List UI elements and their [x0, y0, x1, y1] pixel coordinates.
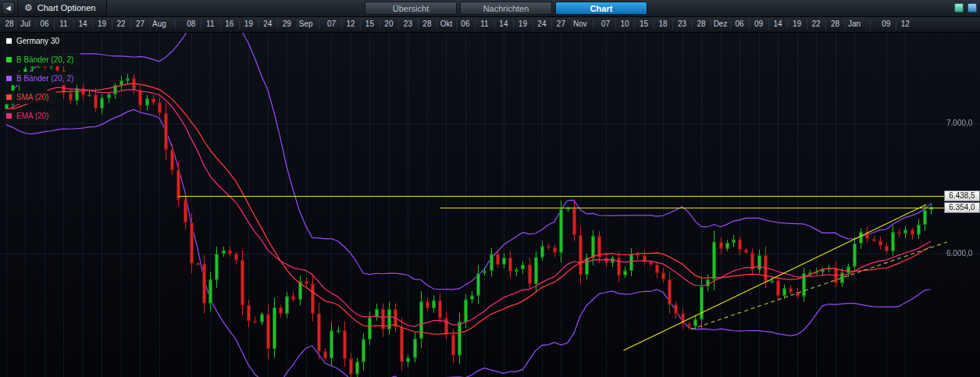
x-axis-separator — [130, 20, 131, 30]
x-axis-label: 06 — [461, 20, 469, 28]
x-axis-label: 28 — [422, 20, 431, 28]
x-axis-separator — [35, 20, 36, 30]
chart-legend: Germany 30 B Bänder (20, 2)B Bänder (20,… — [3, 34, 80, 128]
legend-item[interactable]: B Bänder (20, 2) — [3, 72, 80, 85]
x-axis-separator — [398, 20, 399, 30]
legend-label: B Bänder (20, 2) — [16, 55, 73, 64]
x-axis-separator — [513, 20, 514, 30]
x-axis-label: 10 — [620, 20, 629, 28]
x-axis-label: 11 — [206, 20, 214, 28]
x-axis-label: 09 — [754, 20, 763, 28]
x-axis-separator — [73, 20, 74, 30]
x-axis-separator — [258, 20, 259, 30]
popout-window-icon[interactable] — [954, 3, 964, 12]
x-axis-label: Aug — [152, 20, 166, 28]
back-button[interactable]: ◀ — [2, 2, 15, 15]
x-axis-separator — [494, 20, 495, 30]
x-axis-separator — [749, 20, 750, 30]
x-axis-label: 16 — [225, 20, 233, 28]
x-axis-label: 19 — [98, 20, 106, 28]
x-axis-label: 24 — [537, 20, 546, 28]
instrument-swatch — [6, 38, 12, 44]
x-axis-separator — [437, 20, 437, 30]
legend-item[interactable]: B Bänder (20, 2) — [3, 53, 80, 66]
x-axis-label: 11 — [480, 20, 488, 28]
tab-übersicht[interactable]: Übersicht — [365, 2, 457, 15]
legend-item[interactable]: SMA (20) — [3, 91, 56, 104]
x-axis-label: 08 — [187, 20, 195, 28]
x-axis-label: Jul — [20, 20, 30, 28]
price-line-tag: 6.438,5 — [944, 190, 980, 201]
x-axis-label: 14 — [78, 20, 87, 28]
legend-swatch — [6, 76, 12, 81]
tab-nachrichten[interactable]: Nachrichten — [460, 2, 552, 15]
x-axis-separator — [551, 20, 552, 30]
x-axis-separator — [634, 20, 635, 30]
x-axis-separator — [787, 20, 788, 30]
x-axis-separator — [615, 20, 616, 30]
x-axis-separator — [112, 20, 112, 30]
y-axis-label: 6.000,0 — [946, 249, 972, 258]
maximize-window-icon[interactable] — [968, 3, 977, 12]
x-axis-label: 19 — [244, 20, 253, 28]
x-axis-separator — [692, 20, 693, 30]
x-axis-label: Nov — [573, 20, 587, 28]
x-axis-separator — [672, 20, 673, 30]
chart-options-button[interactable]: ⚙Chart Optionen — [17, 0, 107, 16]
legend-instrument[interactable]: Germany 30 — [3, 34, 66, 48]
x-axis-separator — [711, 20, 711, 30]
x-axis-label: 27 — [557, 20, 565, 28]
x-axis-label: 15 — [365, 20, 374, 28]
x-axis-separator — [475, 20, 476, 30]
x-axis-separator — [896, 20, 896, 30]
x-axis-separator — [54, 20, 55, 30]
x-axis-separator — [380, 20, 380, 30]
x-axis-separator — [571, 20, 572, 30]
gear-icon: ⚙ — [24, 2, 33, 13]
x-axis-label: 19 — [793, 20, 801, 28]
x-axis-label: Sep — [299, 20, 313, 28]
x-axis-label: 19 — [519, 20, 527, 28]
x-axis-separator — [341, 20, 342, 30]
x-axis-label: 20 — [384, 20, 393, 28]
x-axis-label: 22 — [116, 20, 125, 28]
x-axis-label: 12 — [901, 20, 910, 28]
x-axis-label: 23 — [404, 20, 412, 28]
x-axis: 28Jul061114192227Aug081116192429Sep07121… — [0, 17, 980, 33]
x-axis-separator — [456, 20, 457, 30]
x-axis-separator — [150, 20, 151, 30]
titlebar: ◀ ⚙Chart Optionen ÜbersichtNachrichtenCh… — [0, 0, 980, 17]
tab-bar: ÜbersichtNachrichtenChart — [365, 2, 647, 15]
x-axis-separator — [277, 20, 278, 30]
x-axis-label: Dez — [714, 20, 728, 28]
legend-swatch — [6, 57, 12, 62]
x-axis-separator — [654, 20, 654, 30]
legend-label: B Bänder (20, 2) — [16, 74, 73, 83]
x-axis-label: 23 — [678, 20, 686, 28]
x-axis-separator — [297, 20, 298, 30]
x-axis-separator — [845, 20, 846, 30]
x-axis-label: 29 — [283, 20, 291, 28]
x-axis-label: 28 — [697, 20, 705, 28]
legend-item[interactable]: EMA (20) — [3, 109, 56, 123]
x-axis-separator — [870, 20, 871, 30]
legend-swatch — [6, 94, 12, 100]
price-chart-canvas[interactable] — [0, 32, 980, 377]
back-arrow-icon: ◀ — [5, 5, 10, 12]
x-axis-separator — [418, 20, 419, 30]
x-axis-label: 28 — [5, 20, 13, 28]
x-axis-label: 14 — [499, 20, 508, 28]
x-axis-label: 22 — [811, 20, 820, 28]
x-axis-separator — [730, 20, 731, 30]
x-axis-separator — [16, 20, 16, 30]
x-axis-label: 07 — [601, 20, 610, 28]
tab-chart[interactable]: Chart — [555, 2, 647, 15]
price-line-tag: 6.354,0 — [944, 202, 980, 213]
x-axis-separator — [807, 20, 807, 30]
x-axis-separator — [201, 20, 201, 30]
x-axis-separator — [319, 20, 319, 30]
x-axis-label: 15 — [640, 20, 648, 28]
chart-options-label: Chart Optionen — [37, 3, 96, 12]
x-axis-separator — [239, 20, 240, 30]
x-axis-label: 12 — [346, 20, 355, 28]
